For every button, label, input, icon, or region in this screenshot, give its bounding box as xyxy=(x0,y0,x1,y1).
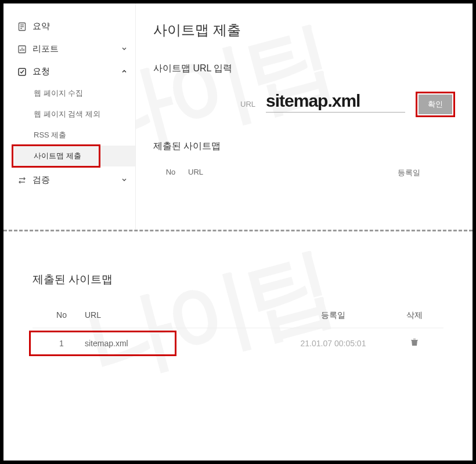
sidebar-item-label: 요청 xyxy=(33,66,50,77)
col-url: URL xyxy=(85,310,275,321)
document-icon xyxy=(16,22,28,31)
sidebar-item-report[interactable]: 리포트 xyxy=(14,38,135,60)
page-title: 사이트맵 제출 xyxy=(153,21,455,39)
sidebar-child-collect[interactable]: 웹 페이지 수집 xyxy=(14,83,135,104)
sitemap-url-input[interactable]: sitemap.xml xyxy=(266,91,405,113)
sidebar-item-request[interactable]: 요청 xyxy=(14,60,135,83)
chevron-up-icon xyxy=(121,68,127,76)
input-section-label: 사이트맵 URL 입력 xyxy=(153,63,455,75)
sidebar-item-label: 검증 xyxy=(33,175,50,186)
bottom-panel: 제출된 사이트맵 No URL 등록일 삭제 1 sitemap.xml 21.… xyxy=(3,231,473,375)
col-url: URL xyxy=(188,168,362,178)
cell-no: 1 xyxy=(38,339,85,348)
sidebar-item-verify[interactable]: 검증 xyxy=(14,169,135,191)
col-no: No xyxy=(153,168,188,178)
delete-button[interactable] xyxy=(391,338,438,349)
sidebar-item-label: 사이트맵 제출 xyxy=(34,151,81,160)
sidebar-child-sitemap[interactable]: 사이트맵 제출 xyxy=(14,146,135,166)
cell-url: sitemap.xml xyxy=(85,339,275,348)
col-date: 등록일 xyxy=(362,168,455,178)
chevron-down-icon xyxy=(121,45,127,53)
table-header-row: No URL 등록일 xyxy=(153,163,455,183)
col-no: No xyxy=(38,310,85,321)
highlight-box: 확인 xyxy=(416,92,455,117)
check-square-icon xyxy=(16,67,28,77)
sidebar-item-label: 리포트 xyxy=(33,44,59,55)
sidebar-item-label: 요약 xyxy=(33,21,50,32)
bar-chart-icon xyxy=(16,45,28,54)
chevron-down-icon xyxy=(121,176,127,184)
swap-icon xyxy=(16,176,28,185)
table-row: 1 sitemap.xml 21.01.07 00:05:01 xyxy=(33,328,443,358)
main-panel: 사이트맵 제출 사이트맵 URL 입력 URL sitemap.xml 확인 제… xyxy=(136,3,473,230)
table-header-row: No URL 등록일 삭제 xyxy=(33,303,443,328)
submitted-section-label: 제출된 사이트맵 xyxy=(153,140,455,153)
cell-date: 21.01.07 00:05:01 xyxy=(275,339,391,348)
url-label: URL xyxy=(240,100,255,108)
sidebar-child-exclude[interactable]: 웹 페이지 검색 제외 xyxy=(14,104,135,125)
submitted-section-label: 제출된 사이트맵 xyxy=(33,272,443,287)
sidebar-item-summary[interactable]: 요약 xyxy=(14,15,135,38)
col-del: 삭제 xyxy=(391,310,438,321)
sidebar-child-rss[interactable]: RSS 제출 xyxy=(14,125,135,146)
confirm-button[interactable]: 확인 xyxy=(419,95,452,114)
col-date: 등록일 xyxy=(275,310,391,321)
sidebar: 요약 리포트 요청 웹 페이지 수집 xyxy=(3,3,136,230)
